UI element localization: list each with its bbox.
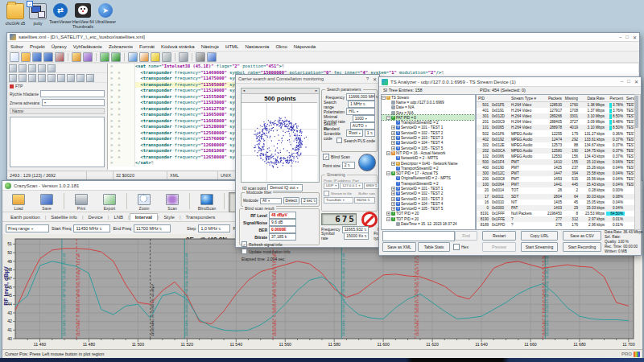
column-header-data-rate[interactable]: Data Rate: [580, 97, 606, 101]
redo-icon[interactable]: [111, 52, 121, 62]
fold-gutter[interactable]: »: [108, 160, 135, 167]
undo-icon[interactable]: [100, 52, 109, 62]
save-as-csv-button[interactable]: Save as CSV: [563, 231, 601, 241]
fold-gutter[interactable]: »»: [108, 106, 135, 113]
maximize-icon[interactable]: □: [625, 35, 629, 40]
scroll-left-icon[interactable]: ◄: [242, 88, 246, 93]
connect-icon[interactable]: [9, 74, 17, 82]
fold-gutter[interactable]: »»: [108, 70, 135, 76]
carrier-titlebar[interactable]: Carrier search and Constellation monitor…: [236, 75, 379, 84]
expand-icon[interactable]: +: [391, 191, 395, 195]
help-icon[interactable]: [207, 52, 217, 62]
minimal-symbol-rate-field[interactable]: 1000: [353, 115, 375, 122]
desktop-icon-putty[interactable]: ✓putty: [26, 3, 50, 26]
copy-url-button[interactable]: Copy URL: [521, 231, 558, 241]
highlight-icon[interactable]: [151, 52, 160, 62]
hex-checkbox[interactable]: [453, 244, 460, 250]
table-row[interactable]: 4010x0191H.264 Video12791717081.37 Mbps3…: [477, 108, 634, 113]
equal2-icon[interactable]: [57, 74, 65, 82]
settings-icon[interactable]: [196, 52, 205, 62]
search-pls-checkbox[interactable]: [336, 138, 342, 143]
tree-item[interactable]: DateTime = 15. 12. 2023 18:37:24: [382, 221, 475, 226]
menu-form-t[interactable]: Formát: [139, 44, 155, 49]
point-size-field[interactable]: 2: [342, 162, 355, 169]
column-header-percent[interactable]: Percent: [606, 97, 625, 101]
menu-k-dov-str-nka[interactable]: Kódová stránka: [161, 44, 195, 49]
pspad-window-buttons[interactable]: –□✕: [619, 35, 637, 40]
templates-icon[interactable]: [83, 52, 93, 62]
tab-style[interactable]: Style: [159, 214, 180, 220]
collapse-icon[interactable]: –: [386, 171, 390, 175]
fold-gutter[interactable]: »»: [108, 148, 135, 154]
close-icon[interactable]: ✕: [633, 35, 637, 40]
scan-button[interactable]: Scan: [159, 192, 185, 212]
doc-icon[interactable]: [9, 64, 17, 72]
start-streaming-button[interactable]: Start Streaming: [521, 242, 558, 252]
table-row[interactable]: 4020x0192MPEG Audio12474292133.61 kbps0.…: [477, 137, 634, 142]
collapse-icon[interactable]: –: [386, 151, 390, 155]
fold-gutter[interactable]: »»: [108, 136, 135, 142]
constellation-scrollbar[interactable]: ◄►: [242, 88, 319, 94]
menu-okno[interactable]: Okno: [275, 44, 287, 49]
fold-gutter[interactable]: »»: [108, 100, 135, 106]
fold-gutter[interactable]: »»: [108, 94, 135, 101]
blindscan-button[interactable]: BlindScan: [194, 192, 220, 212]
desktop-icon-ultraviewer[interactable]: ➤UltraViewer: [93, 3, 118, 24]
table-row[interactable]: 3010x012DH.264 Video28926633013.10 Mbps8…: [477, 113, 634, 119]
open-file-icon[interactable]: [21, 52, 31, 62]
collapse-icon[interactable]: –: [382, 96, 386, 100]
table-row[interactable]: 2010x00C9H.264 Video28840537273.09 Mbps8…: [477, 119, 634, 125]
minimize-icon[interactable]: –: [619, 35, 621, 40]
table-row[interactable]: 5020x01F6MPEG Audio12255179131.27 kbps0.…: [477, 130, 634, 136]
table-row[interactable]: 00x0000PAT14032915.03 kbps0.04%: [477, 205, 634, 211]
search-range-field[interactable]: 1 MHz: [348, 101, 375, 108]
print-icon[interactable]: [179, 52, 188, 62]
menu-vyh-ad-vanie[interactable]: Vyhľadávanie: [73, 44, 102, 49]
expand-icon[interactable]: +: [386, 212, 390, 216]
close-icon[interactable]: ✕: [373, 76, 377, 82]
quick-search-input[interactable]: [40, 90, 105, 97]
collapse-icon[interactable]: –: [386, 217, 390, 221]
expand-icon[interactable]: +: [391, 162, 395, 166]
refresh-signal-info-checkbox[interactable]: ✓: [242, 241, 247, 247]
fold-gutter[interactable]: »: [108, 64, 135, 70]
minimize-icon[interactable]: –: [621, 79, 623, 84]
pls-mode-combo[interactable]: Root: [346, 130, 363, 137]
find-input[interactable]: [382, 231, 455, 241]
pspad-titlebar[interactable]: satellites.xml - [D:\_SATELITY_\_etc_\tu…: [7, 33, 639, 42]
expand-icon[interactable]: +: [391, 131, 395, 135]
freq-range-combo[interactable]: Freq range: [6, 224, 49, 232]
fold-gutter[interactable]: »»: [108, 124, 135, 130]
port-field[interactable]: 6969: [364, 183, 380, 189]
table-row[interactable]: 2020x00CAMPEG Audio12580190134.75 kbps0.…: [477, 148, 634, 154]
start-freq-field[interactable]: 11450 MHz: [73, 224, 110, 232]
new-file-icon[interactable]: [10, 52, 19, 62]
table-stats-button[interactable]: Table Stats: [418, 242, 450, 252]
search-standard-field[interactable]: AUTO: [350, 122, 375, 130]
table-row[interactable]: 1000x0064PMT144144515.43 kbps0.04%TEST 1: [477, 182, 634, 187]
stream-to-file-checkbox[interactable]: [324, 191, 329, 196]
upload-icon[interactable]: [38, 74, 46, 82]
menu--pravy[interactable]: Úpravy: [52, 44, 67, 49]
save-all-icon[interactable]: [43, 52, 53, 62]
expand-icon[interactable]: +: [391, 202, 395, 206]
expand-icon[interactable]: +: [391, 207, 395, 211]
equal-icon[interactable]: [47, 74, 56, 82]
column-header-stream-type[interactable]: Stream Type ▾: [510, 97, 542, 101]
copy-icon[interactable]: [19, 74, 27, 82]
table-row[interactable]: 160x0010NIT14054515.05 kbps0.04%: [477, 200, 634, 205]
find-icon[interactable]: [128, 52, 138, 62]
table-row[interactable]: 1010x0065H.264 Video28897840193.10 Mbps8…: [477, 125, 634, 130]
stream-target-combo[interactable]: TransEdit: [324, 197, 353, 204]
frequency-field[interactable]: 11666,000 MH: [346, 93, 375, 101]
proto-combo[interactable]: UDP: [324, 183, 339, 189]
fold-gutter[interactable]: »»: [108, 130, 135, 137]
expand-icon[interactable]: +: [391, 197, 395, 201]
replace-icon[interactable]: [139, 52, 149, 62]
tab-device[interactable]: Device: [84, 214, 108, 220]
table-row[interactable]: 81890x1FFD?2761762.96 kbps0.01%: [477, 222, 634, 228]
blind-scan-checkbox[interactable]: ✓: [323, 154, 329, 160]
table-scrollbar[interactable]: [634, 94, 641, 230]
modcode-combo[interactable]: All: [260, 198, 282, 204]
collapse-icon[interactable]: –: [386, 116, 390, 120]
